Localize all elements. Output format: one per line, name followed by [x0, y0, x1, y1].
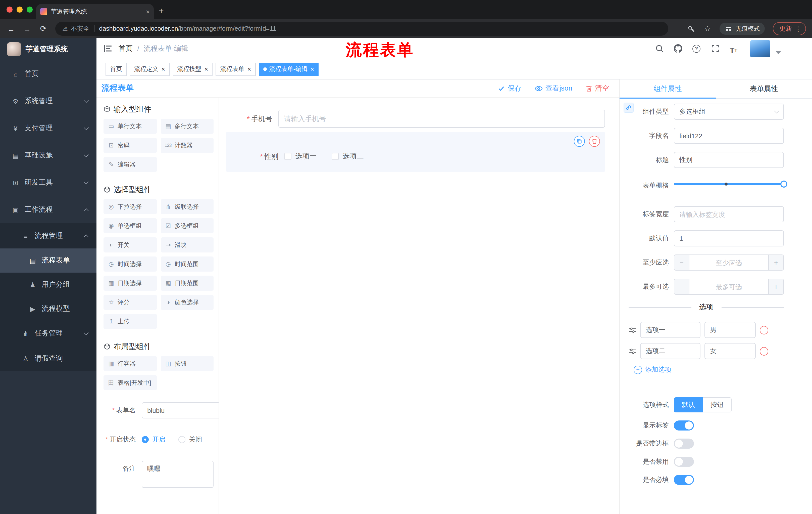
status-on-radio[interactable]: 开启: [142, 435, 165, 444]
style-button-button[interactable]: 按钮: [703, 397, 732, 412]
copy-item-button[interactable]: [574, 136, 585, 147]
user-avatar[interactable]: [750, 40, 770, 57]
github-icon[interactable]: [673, 44, 683, 54]
option-1-value-input[interactable]: [704, 322, 756, 338]
increase-button[interactable]: +: [768, 279, 783, 294]
tag-close-icon[interactable]: ×: [311, 66, 314, 73]
tab-component-props[interactable]: 组件属性: [619, 79, 716, 98]
tag-close-icon[interactable]: ×: [247, 66, 251, 73]
breadcrumb-home[interactable]: 首页: [119, 44, 133, 53]
sidebar-item-process-mgmt[interactable]: ≡ 流程管理: [0, 223, 96, 248]
show-label-switch[interactable]: [674, 421, 694, 431]
remove-option-button[interactable]: −: [760, 347, 768, 355]
drag-handle-icon[interactable]: [629, 326, 636, 334]
window-minimize-button[interactable]: [17, 6, 23, 12]
palette-item-multi-line-text[interactable]: ▤多行文本: [161, 119, 213, 134]
view-json-button[interactable]: 查看json: [535, 84, 572, 93]
tag-process-model[interactable]: 流程模型 ×: [173, 63, 212, 76]
palette-item-counter[interactable]: 123计数器: [161, 138, 213, 153]
palette-item-date-range[interactable]: ▩日期范围: [161, 276, 213, 291]
forward-button[interactable]: →: [21, 23, 33, 35]
tab-form-props[interactable]: 表单属性: [716, 79, 812, 98]
form-name-input[interactable]: [142, 402, 219, 418]
palette-item-rate[interactable]: ☆评分: [104, 295, 156, 310]
palette-item-button[interactable]: ◫按钮: [161, 356, 213, 371]
avatar-caret-icon[interactable]: [776, 51, 781, 54]
component-type-select[interactable]: 多选框组: [674, 104, 784, 120]
sidebar-item-task-mgmt[interactable]: ⋔ 任务管理: [0, 321, 96, 346]
tag-close-icon[interactable]: ×: [161, 66, 165, 73]
palette-item-select[interactable]: ◎下拉选择: [104, 199, 156, 214]
new-tab-button[interactable]: +: [159, 6, 164, 16]
help-icon[interactable]: ?: [691, 44, 701, 54]
font-size-icon[interactable]: TT: [729, 44, 738, 54]
tag-close-icon[interactable]: ×: [204, 66, 208, 73]
drag-handle-icon[interactable]: [629, 347, 636, 355]
slider-track[interactable]: [674, 183, 784, 185]
browser-update-button[interactable]: 更新 ⋮: [773, 22, 806, 35]
checkbox-option-1[interactable]: 选项一: [284, 152, 317, 161]
increase-button[interactable]: +: [768, 255, 783, 270]
sidebar-item-process-form[interactable]: ▤ 流程表单: [0, 248, 96, 273]
bookmark-star-icon[interactable]: ☆: [701, 23, 714, 35]
password-key-icon[interactable]: [685, 23, 697, 35]
sidebar-item-dev-tools[interactable]: ⊞ 研发工具: [0, 169, 96, 196]
remove-option-button[interactable]: −: [760, 326, 768, 334]
palette-item-color-picker[interactable]: ◑颜色选择: [161, 295, 213, 310]
field-name-input[interactable]: [674, 128, 784, 144]
palette-item-table[interactable]: 田表格[开发中]: [104, 375, 156, 390]
link-badge[interactable]: [624, 103, 634, 113]
option-1-label-input[interactable]: [640, 322, 700, 338]
add-option-button[interactable]: + 添加选项: [634, 365, 784, 374]
canvas-field-phone[interactable]: *手机号: [226, 110, 605, 128]
palette-item-cascader[interactable]: ⋔级联选择: [161, 199, 213, 214]
decrease-button[interactable]: −: [674, 279, 689, 294]
label-width-input[interactable]: [674, 206, 784, 222]
palette-item-upload[interactable]: ↥上传: [104, 314, 156, 329]
search-icon[interactable]: [654, 44, 664, 54]
default-value-input[interactable]: [674, 231, 784, 246]
required-switch[interactable]: [674, 475, 694, 485]
grid-slider[interactable]: [674, 176, 784, 192]
sidebar-item-system-mgmt[interactable]: ⚙ 系统管理: [0, 87, 96, 115]
form-remark-textarea[interactable]: 嘿嘿: [142, 461, 213, 488]
window-zoom-button[interactable]: [27, 6, 33, 12]
reload-button[interactable]: ⟳: [37, 23, 49, 35]
tag-process-form[interactable]: 流程表单 ×: [215, 63, 256, 76]
form-canvas[interactable]: *手机号: [219, 98, 619, 514]
back-button[interactable]: ←: [5, 23, 17, 35]
sidebar-toggle-button[interactable]: [100, 42, 115, 56]
phone-input[interactable]: [279, 110, 605, 128]
delete-item-button[interactable]: [589, 136, 600, 147]
sidebar-item-workflow[interactable]: ▣ 工作流程: [0, 196, 96, 223]
palette-item-editor[interactable]: ✎编辑器: [104, 157, 156, 172]
tag-process-definition[interactable]: 流程定义 ×: [129, 63, 170, 76]
sidebar-item-infrastructure[interactable]: ▤ 基础设施: [0, 142, 96, 169]
address-bar[interactable]: ⚠ 不安全 dashboard.yudao.iocoder.cn/bpm/man…: [55, 22, 668, 36]
slider-handle[interactable]: [780, 181, 787, 188]
status-off-radio[interactable]: 关闭: [178, 435, 202, 444]
tag-process-form-edit[interactable]: 流程表单-编辑 ×: [259, 63, 319, 76]
disabled-switch[interactable]: [674, 457, 694, 467]
sidebar-item-process-model[interactable]: ▶ 流程模型: [0, 297, 96, 321]
palette-item-password[interactable]: ⊡密码: [104, 138, 156, 153]
title-input[interactable]: [674, 152, 784, 168]
border-switch[interactable]: [674, 438, 694, 449]
checkbox-option-2[interactable]: 选项二: [331, 152, 364, 161]
max-select-input[interactable]: [689, 279, 768, 294]
palette-item-checkbox-group[interactable]: ☑多选框组: [161, 218, 213, 233]
browser-menu-icon[interactable]: ⋮: [795, 25, 802, 32]
palette-item-single-line-text[interactable]: ▭单行文本: [104, 119, 156, 134]
app-logo[interactable]: 芋道管理系统: [0, 38, 96, 60]
sidebar-item-user-group[interactable]: ♟ 用户分组: [0, 273, 96, 297]
palette-item-time-range[interactable]: ◶时间范围: [161, 256, 213, 272]
tag-home[interactable]: 首页: [106, 63, 127, 76]
save-button[interactable]: 保存: [498, 84, 522, 93]
window-close-button[interactable]: [6, 6, 12, 12]
sidebar-item-leave-query[interactable]: ♙ 请假查询: [0, 346, 96, 371]
decrease-button[interactable]: −: [674, 255, 689, 270]
tab-close-icon[interactable]: ×: [146, 8, 150, 15]
sidebar-item-home[interactable]: ⌂ 首页: [0, 60, 96, 87]
clear-button[interactable]: 清空: [585, 84, 609, 93]
style-default-button[interactable]: 默认: [674, 397, 703, 412]
